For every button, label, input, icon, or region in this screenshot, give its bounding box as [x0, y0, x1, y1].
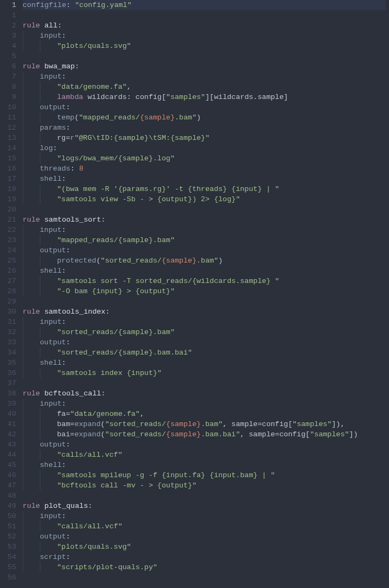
indent-guide: [23, 429, 40, 440]
code-line[interactable]: "samtools index {input}": [23, 368, 386, 378]
indent-guide: [40, 286, 57, 296]
code-line[interactable]: "(bwa mem -R '{params.rg}' -t {threads} …: [23, 184, 386, 194]
token: bam: [57, 420, 70, 428]
indent-guide: [23, 31, 40, 41]
indent-guide: [23, 348, 40, 358]
token: "data/genome.fa": [57, 83, 127, 91]
code-line[interactable]: rule all:: [23, 20, 386, 31]
indent-guide: [23, 450, 40, 460]
line-number: 43: [2, 440, 16, 450]
code-line[interactable]: "sorted_reads/{sample}.bam": [23, 327, 386, 337]
code-line[interactable]: threads: 8: [23, 164, 386, 174]
code-line[interactable]: "sorted_reads/{sample}.bam.bai": [23, 348, 386, 358]
token: samtools_sort: [45, 216, 101, 224]
code-line[interactable]: rg=r"@RG\tID:{sample}\tSM:{sample}": [23, 133, 386, 143]
code-editor[interactable]: 1123456789101112131415161718192021222324…: [0, 0, 389, 583]
code-line[interactable]: params:: [23, 123, 386, 133]
indent-guide: [23, 337, 40, 348]
code-line[interactable]: lambda wildcards: config["samples"][wild…: [23, 92, 386, 102]
line-number: 19: [2, 194, 16, 204]
code-line[interactable]: input:: [23, 225, 386, 235]
code-line[interactable]: "bcftools call -mv - > {output}": [23, 480, 386, 491]
code-line[interactable]: output:: [23, 440, 386, 450]
line-number: 42: [2, 429, 16, 440]
code-line[interactable]: input:: [23, 72, 386, 82]
token: :: [88, 502, 93, 510]
code-line[interactable]: rule plot_quals:: [23, 501, 386, 511]
code-line[interactable]: [23, 378, 386, 388]
code-line[interactable]: output:: [23, 532, 386, 542]
code-line[interactable]: log:: [23, 143, 386, 153]
code-line[interactable]: shell:: [23, 358, 386, 368]
line-number: 7: [2, 72, 16, 82]
code-line[interactable]: output:: [23, 337, 386, 348]
token: protected: [57, 257, 96, 265]
code-line[interactable]: "plots/quals.svg": [23, 41, 386, 51]
token: (: [96, 257, 101, 265]
token: {sample}: [166, 430, 201, 438]
code-line[interactable]: output:: [23, 245, 386, 256]
token: "samtools view -Sb - > {output}) 2> {log…: [57, 195, 240, 203]
indent-guide: [23, 92, 40, 102]
indent-guide: [40, 235, 57, 245]
code-line[interactable]: rule bwa_map:: [23, 61, 386, 72]
token: shell: [40, 461, 62, 469]
token: :: [62, 73, 66, 81]
code-line[interactable]: bai=expand("sorted_reads/{sample}.bam.ba…: [23, 429, 386, 440]
code-line[interactable]: "calls/all.vcf": [23, 521, 386, 532]
token: ): [196, 114, 201, 122]
token: rule: [23, 62, 40, 70]
code-line[interactable]: "samtools view -Sb - > {output}) 2> {log…: [23, 194, 386, 204]
code-line[interactable]: [23, 10, 386, 20]
code-line[interactable]: temp("mapped_reads/{sample}.bam"): [23, 112, 386, 123]
code-line[interactable]: "data/genome.fa",: [23, 82, 386, 92]
code-line[interactable]: shell:: [23, 460, 386, 470]
indent-guide: [40, 133, 57, 143]
code-area[interactable]: configfile: "config.yaml"rule all:input:…: [23, 0, 389, 583]
code-line[interactable]: input:: [23, 317, 386, 327]
code-line[interactable]: [23, 51, 386, 61]
token: (: [101, 430, 105, 438]
indent-guide: [23, 276, 40, 286]
code-line[interactable]: [23, 572, 386, 583]
code-line[interactable]: "-O bam {input} > {output}": [23, 286, 386, 296]
token: :: [66, 1, 75, 9]
code-line[interactable]: [23, 296, 386, 307]
token: :: [66, 533, 70, 541]
indent-guide: [23, 225, 40, 235]
code-line[interactable]: [23, 204, 386, 215]
line-number: 3: [2, 31, 16, 41]
code-line[interactable]: "samtools sort -T sorted_reads/{wildcard…: [23, 276, 386, 286]
token: rule: [23, 216, 40, 224]
code-line[interactable]: [23, 491, 386, 501]
code-line[interactable]: "mapped_reads/{sample}.bam": [23, 235, 386, 245]
code-line[interactable]: shell:: [23, 266, 386, 276]
code-line[interactable]: script:: [23, 552, 386, 562]
code-line[interactable]: rule samtools_index:: [23, 307, 386, 317]
line-number: 46: [2, 470, 16, 480]
code-line[interactable]: input:: [23, 511, 386, 521]
code-line[interactable]: "samtools mpileup -g -f {input.fa} {inpu…: [23, 470, 386, 480]
token: [: [161, 93, 166, 101]
code-line[interactable]: "scripts/plot-quals.py": [23, 562, 386, 572]
token: "mapped_reads/: [79, 114, 140, 122]
code-line[interactable]: "plots/quals.svg": [23, 542, 386, 552]
code-line[interactable]: "logs/bwa_mem/{sample}.log": [23, 153, 386, 164]
code-line[interactable]: protected("sorted_reads/{sample}.bam"): [23, 256, 386, 266]
token: .: [253, 93, 258, 101]
code-line[interactable]: input:: [23, 31, 386, 41]
code-line[interactable]: output:: [23, 102, 386, 112]
code-line[interactable]: fa="data/genome.fa",: [23, 409, 386, 419]
code-line[interactable]: bam=expand("sorted_reads/{sample}.bam", …: [23, 419, 386, 429]
code-line[interactable]: "calls/all.vcf": [23, 450, 386, 460]
code-line[interactable]: rule bcftools_call:: [23, 388, 386, 399]
line-number: 40: [2, 409, 16, 419]
indent-guide: [40, 184, 57, 194]
code-line[interactable]: rule samtools_sort:: [23, 215, 386, 225]
line-number: 34: [2, 348, 16, 358]
code-line[interactable]: configfile: "config.yaml": [23, 0, 386, 10]
token: "sorted_reads/{sample}.bam": [57, 328, 175, 336]
code-line[interactable]: input:: [23, 399, 386, 409]
code-line[interactable]: shell:: [23, 174, 386, 184]
token: fa: [57, 410, 66, 418]
